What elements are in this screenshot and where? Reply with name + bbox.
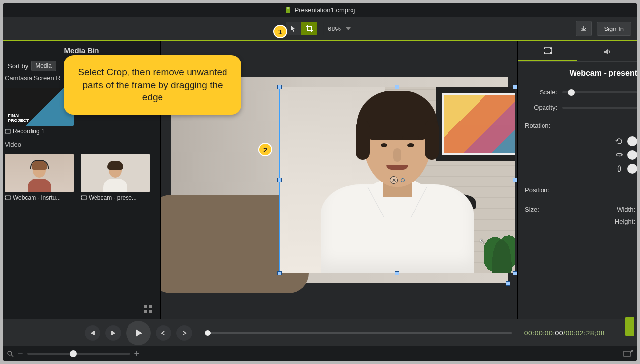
svg-rect-18 — [149, 305, 152, 308]
media-caption: Recording 1 — [13, 128, 45, 135]
svg-rect-2 — [5, 129, 10, 133]
svg-rect-13 — [81, 196, 82, 197]
rotation-x-row[interactable] — [525, 162, 637, 176]
cursor-icon: ↖ — [479, 237, 485, 246]
svg-rect-28 — [94, 331, 95, 335]
project-file-icon — [285, 6, 292, 13]
crop-handle-bl[interactable] — [277, 271, 282, 275]
svg-rect-5 — [10, 130, 11, 131]
playback-bar: 00:00:00;00/00:02:28;08 — [3, 319, 637, 346]
svg-rect-22 — [544, 48, 545, 49]
width-label: Width: — [617, 206, 635, 213]
scale-label: Scale: — [525, 89, 557, 96]
film-icon — [5, 195, 11, 201]
svg-rect-12 — [81, 196, 86, 200]
sign-in-button[interactable]: Sign In — [597, 22, 631, 36]
media-caption: Webcam - insrtu... — [13, 194, 61, 201]
scale-slider[interactable] — [562, 91, 637, 93]
share-button[interactable] — [625, 317, 634, 336]
selected-clip-name: Webcam - present — [518, 62, 637, 85]
crop-handle-br[interactable] — [513, 271, 517, 275]
properties-tab-audio[interactable] — [577, 41, 637, 61]
svg-rect-25 — [550, 52, 552, 54]
rotation-y-row[interactable] — [525, 148, 637, 162]
prev-marker-button[interactable] — [156, 325, 171, 341]
svg-rect-24 — [550, 48, 552, 49]
zoom-in-button[interactable]: + — [134, 349, 140, 359]
rotate-y-icon — [615, 151, 623, 159]
svg-rect-31 — [624, 351, 630, 356]
chevron-right-icon — [181, 330, 187, 336]
grid-icon — [143, 304, 154, 315]
frame-handle-br[interactable] — [506, 281, 510, 286]
svg-rect-7 — [5, 196, 10, 200]
svg-rect-3 — [5, 130, 6, 131]
window-title: Presentation1.cmproj — [295, 6, 355, 14]
svg-rect-15 — [86, 196, 87, 197]
media-thumbnail — [5, 88, 74, 126]
search-icon[interactable] — [7, 350, 14, 357]
timeline-zoom-slider[interactable] — [27, 353, 130, 355]
size-label: Size: — [525, 206, 539, 225]
properties-tab-video[interactable] — [518, 41, 577, 61]
opacity-label: Opacity: — [525, 104, 557, 111]
annotation-badge-1: 1 — [273, 25, 287, 38]
next-frame-button[interactable] — [105, 325, 121, 341]
sort-select[interactable]: Media — [31, 61, 56, 71]
chevron-down-icon — [346, 27, 351, 30]
height-label: Height: — [615, 218, 635, 225]
svg-rect-14 — [81, 198, 82, 199]
svg-rect-16 — [86, 198, 87, 199]
rotate-x-icon — [615, 165, 623, 173]
titlebar: Presentation1.cmproj — [3, 3, 637, 17]
media-item[interactable]: Webcam - insrtu... — [5, 154, 74, 201]
svg-rect-6 — [10, 132, 11, 133]
play-icon — [133, 328, 144, 338]
zoom-select[interactable]: 68% — [324, 22, 354, 35]
playhead-scrubber[interactable] — [205, 332, 512, 334]
rotate-z-icon — [615, 137, 623, 145]
media-thumbnail — [81, 154, 150, 192]
crop-handle-tr[interactable] — [513, 85, 517, 89]
tutorial-tooltip: Select Crop, then remove unwanted parts … — [64, 55, 241, 115]
crop-handle-bm[interactable] — [395, 271, 399, 275]
svg-rect-11 — [10, 198, 11, 199]
rotation-label: Rotation: — [525, 122, 637, 129]
download-button[interactable] — [576, 21, 592, 36]
crop-handle-mr[interactable] — [513, 178, 517, 182]
crop-handle-ml[interactable] — [277, 178, 282, 182]
svg-rect-4 — [5, 132, 6, 133]
media-caption: Webcam - prese... — [89, 194, 137, 201]
select-tool-button[interactable] — [286, 22, 301, 35]
crop-handle-tm[interactable] — [395, 85, 399, 89]
bottom-bar: − + — [3, 346, 637, 361]
rotation-z-row[interactable] — [525, 134, 637, 148]
media-item[interactable]: Webcam - prese... — [81, 154, 150, 201]
size-block: Size: Width: Height: — [518, 197, 637, 228]
media-item[interactable]: Recording 1 — [5, 88, 74, 135]
media-section-video: Video — [3, 141, 160, 150]
zoom-out-button[interactable]: − — [18, 349, 23, 359]
play-button[interactable] — [126, 321, 151, 345]
media-thumbnail — [5, 154, 74, 192]
next-marker-button[interactable] — [176, 325, 192, 341]
anchor-point[interactable]: ✕ — [390, 176, 405, 184]
zoom-value: 68% — [328, 25, 341, 32]
sort-label: Sort by — [8, 62, 28, 70]
top-toolbar: 68% Sign In — [3, 17, 637, 41]
svg-rect-9 — [5, 198, 6, 199]
position-label: Position: — [518, 178, 637, 197]
opacity-row: Opacity: — [518, 100, 637, 115]
selected-clip[interactable]: ✕ ↖ — [279, 87, 515, 273]
svg-rect-8 — [5, 196, 6, 197]
edit-mode-group — [286, 22, 317, 35]
view-mode-toggle[interactable] — [3, 300, 160, 319]
crop-handle-tl[interactable] — [277, 85, 282, 89]
prev-frame-button[interactable] — [85, 325, 100, 341]
crop-tool-button[interactable] — [301, 22, 317, 35]
detach-canvas-button[interactable] — [623, 350, 633, 358]
step-back-icon — [89, 330, 96, 336]
speaker-icon — [603, 47, 612, 57]
properties-panel: Webcam - present Scale: Opacity: Rotatio… — [518, 41, 637, 319]
opacity-slider[interactable] — [562, 107, 637, 109]
